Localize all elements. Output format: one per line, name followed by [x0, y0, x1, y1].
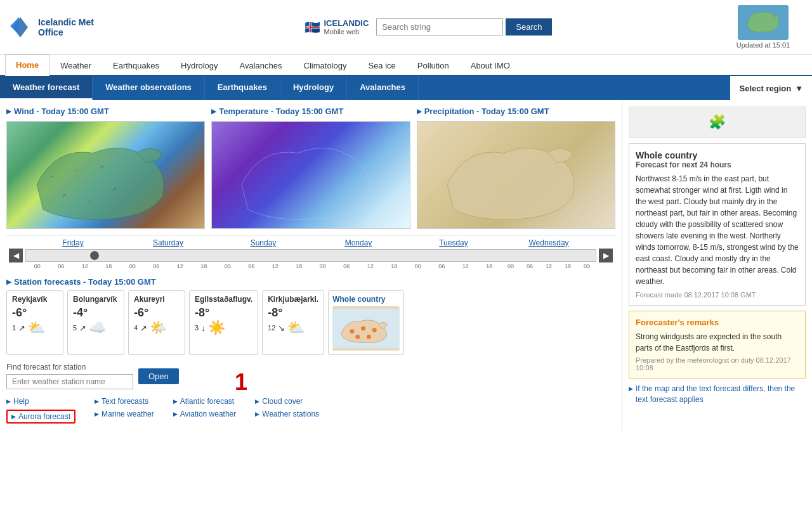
- aviation-weather-link[interactable]: Aviation weather: [173, 410, 237, 418]
- day-label-sunday[interactable]: Sunday: [216, 238, 311, 247]
- wind-dir-icon-bolungarvik: ↗: [79, 323, 86, 333]
- weather-icon-akureyri: 🌤️: [150, 320, 167, 336]
- timeline-track[interactable]: [25, 249, 596, 262]
- precipitation-map-image[interactable]: [417, 121, 615, 229]
- timeline-next-button[interactable]: ▶: [599, 249, 613, 262]
- station-wind-row-egilsstadir: 3 ↓ ☀️: [195, 320, 252, 336]
- nav-item-pollution[interactable]: Pollution: [407, 55, 460, 75]
- day-label-saturday[interactable]: Saturday: [121, 238, 216, 247]
- svg-point-14: [367, 335, 371, 339]
- header-right: Updated at 15:01: [722, 5, 804, 49]
- wind-map-title: Wind - Today 15:00 GMT: [6, 107, 205, 116]
- day-label-friday[interactable]: Friday: [25, 238, 121, 247]
- weather-icon-kirkjubaejar: ⛅: [287, 320, 304, 336]
- station-name-egilsstadir: Egilsstaðaflugv.: [195, 295, 252, 304]
- station-wind-row-bolungarvik: 5 ↗ ☁️: [73, 320, 119, 336]
- station-card-reykjavik[interactable]: Reykjavík -6° 1 ↗ ⛅: [6, 290, 63, 355]
- bottom-links: Help Aurora forecast Text forecasts Mari…: [6, 397, 615, 424]
- nav-item-hydrology[interactable]: Hydrology: [170, 55, 229, 75]
- wind-dir-icon-kirkjubaejar: ↘: [278, 323, 285, 333]
- timeline-prev-button[interactable]: ◀: [9, 249, 23, 262]
- svg-text:→: →: [74, 167, 79, 173]
- remarks-title: Forecaster's remarks: [636, 318, 799, 327]
- mobile-web-label: Mobile web: [324, 28, 369, 36]
- atlantic-forecast-link[interactable]: Atlantic forecast: [173, 397, 237, 406]
- search-area: Search: [376, 18, 552, 36]
- svg-text:↗: ↗: [62, 193, 66, 198]
- svg-text:→: →: [87, 198, 92, 204]
- station-wind-akureyri: 4: [134, 324, 138, 332]
- sec-nav-weather-forecast[interactable]: Weather forecast: [0, 76, 93, 100]
- station-name-bolungarvik: Bolungarvík: [73, 295, 119, 304]
- svg-marker-1: [10, 17, 19, 35]
- bottom-area: Find forecast for station Open 1 Help Au…: [6, 363, 615, 424]
- station-temp-bolungarvik: -4°: [73, 306, 119, 320]
- svg-point-15: [355, 335, 360, 339]
- open-station-button[interactable]: Open: [138, 368, 179, 384]
- day-ticks-monday: 00 06 12 18: [311, 263, 406, 269]
- forecast-subtitle: Forecast for next 24 hours: [636, 160, 799, 169]
- region-map-placeholder: 🧩: [629, 107, 806, 138]
- text-forecasts-link[interactable]: Text forecasts: [95, 397, 154, 406]
- svg-text:↗: ↗: [112, 186, 117, 192]
- nav-item-sea-ice[interactable]: Sea ice: [357, 55, 406, 75]
- forecast-maps-row: Wind - Today 15:00 GMT → → ↗ ↑ ↗ ↗ →: [6, 107, 615, 229]
- temperature-map-card: Temperature - Today 15:00 GMT: [211, 107, 410, 229]
- day-labels: Friday Saturday Sunday Monday Tuesday We…: [6, 238, 615, 247]
- nav-item-earthquakes[interactable]: Earthquakes: [102, 55, 170, 75]
- flag-icon: 🇮🇸: [304, 20, 320, 35]
- stations-row: Reykjavík -6° 1 ↗ ⛅ Bolungarvík -4° 5 ↗ …: [6, 290, 615, 355]
- station-card-egilsstadir[interactable]: Egilsstaðaflugv. -8° 3 ↓ ☀️: [189, 290, 258, 355]
- wind-map-image[interactable]: → → ↗ ↑ ↗ ↗ →: [6, 121, 205, 229]
- remarks-prepared: Prepared by the meteorologist on duty 08…: [636, 356, 799, 372]
- sec-nav-earthquakes[interactable]: Earthquakes: [205, 76, 280, 100]
- whole-country-map: [332, 306, 400, 351]
- temperature-map-image[interactable]: [211, 121, 410, 229]
- aurora-forecast-link[interactable]: Aurora forecast: [6, 410, 75, 424]
- station-card-akureyri[interactable]: Akureyri -6° 4 ↗ 🌤️: [128, 290, 185, 355]
- bottom-link-col-2: Text forecasts Marine weather: [95, 397, 154, 424]
- language-selector[interactable]: 🇮🇸 ICELANDIC Mobile web: [304, 18, 369, 36]
- day-label-tuesday[interactable]: Tuesday: [406, 238, 501, 247]
- nav-item-avalanches[interactable]: Avalanches: [229, 55, 293, 75]
- sec-nav-hydrology[interactable]: Hydrology: [280, 76, 347, 100]
- weather-icon-reykjavik: ⛅: [28, 320, 45, 336]
- svg-point-13: [372, 328, 377, 332]
- if-map-differs-link[interactable]: If the map and the text forecast differs…: [629, 384, 806, 405]
- search-button[interactable]: Search: [506, 18, 552, 36]
- bottom-link-col-1: Help Aurora forecast: [6, 397, 75, 424]
- day-ticks-sunday: 00 06 12 18: [216, 263, 311, 269]
- station-section-title: Station forecasts - Today 15:00 GMT: [6, 277, 615, 287]
- timeline-bar: ◀ ▶: [6, 249, 615, 262]
- station-temp-reykjavik: -6°: [12, 306, 58, 320]
- iceland-thumbnail[interactable]: [738, 5, 789, 40]
- svg-point-12: [361, 326, 365, 330]
- station-card-bolungarvik[interactable]: Bolungarvík -4° 5 ↗ ☁️: [67, 290, 124, 355]
- station-card-kirkjubaejar[interactable]: Kirkjubæjarkl. -8° 12 ↘ ⛅: [262, 290, 324, 355]
- timeline-handle[interactable]: [90, 251, 99, 260]
- day-label-monday[interactable]: Monday: [311, 238, 406, 247]
- sec-nav-weather-observations[interactable]: Weather observations: [93, 76, 205, 100]
- help-link[interactable]: Help: [6, 397, 75, 406]
- weather-icon-bolungarvik: ☁️: [89, 320, 106, 336]
- nav-item-about-imo[interactable]: About IMO: [460, 55, 521, 75]
- forecast-box: Whole country Forecast for next 24 hours…: [629, 143, 806, 306]
- station-name-input[interactable]: [6, 374, 133, 389]
- whole-country-title: Whole country: [332, 295, 400, 304]
- weather-stations-link[interactable]: Weather stations: [255, 410, 319, 418]
- forecast-made: Forecast made 08.12.2017 10:08 GMT: [636, 291, 799, 299]
- station-name-reykjavik: Reykjavík: [12, 295, 58, 304]
- nav-item-home[interactable]: Home: [5, 55, 49, 76]
- nav-item-climatology[interactable]: Climatology: [293, 55, 358, 75]
- station-name-kirkjubaejar: Kirkjubæjarkl.: [268, 295, 318, 304]
- cloud-cover-link[interactable]: Cloud cover: [255, 397, 319, 406]
- chevron-down-icon: ▼: [795, 84, 803, 93]
- day-label-wednesday[interactable]: Wednesday: [501, 238, 596, 247]
- main-content: Wind - Today 15:00 GMT → → ↗ ↑ ↗ ↗ →: [0, 100, 812, 430]
- nav-item-weather[interactable]: Weather: [49, 55, 102, 75]
- sec-nav-avalanches[interactable]: Avalanches: [347, 76, 419, 100]
- whole-country-card[interactable]: Whole country: [328, 290, 404, 355]
- marine-weather-link[interactable]: Marine weather: [95, 410, 154, 418]
- search-input[interactable]: [376, 18, 503, 36]
- select-region-dropdown[interactable]: Select region ▼: [730, 76, 812, 100]
